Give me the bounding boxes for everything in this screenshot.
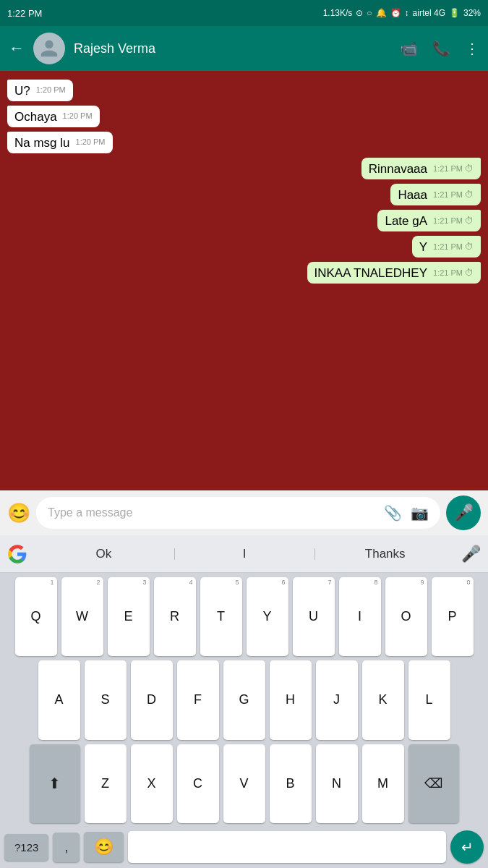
status-icons: 1.13K/s ⊙ ○ 🔔 ⏰ ↕ airtel 4G 🔋 32% — [323, 8, 481, 18]
message-time: 1:21 PM ⏱ — [433, 268, 474, 278]
key-z[interactable]: Z — [85, 744, 127, 823]
key-r[interactable]: R4 — [154, 577, 196, 656]
key-j[interactable]: J — [316, 660, 358, 739]
message-input-box[interactable]: Type a message 📎 📷 — [36, 497, 440, 529]
key-e[interactable]: E3 — [108, 577, 150, 656]
outgoing-bubble: Haaa1:21 PM ⏱ — [390, 184, 481, 205]
message-input-area: 😊 Type a message 📎 📷 🎤 — [0, 490, 488, 535]
key-l[interactable]: L — [408, 660, 450, 739]
avatar-icon — [39, 38, 59, 59]
message-time: 1:20 PM — [76, 137, 106, 146]
status-time: 1:22 PM — [7, 8, 42, 19]
outgoing-bubble: INKAA TNALEDHEY1:21 PM ⏱ — [307, 262, 481, 284]
incoming-bubble: U?1:20 PM — [7, 80, 73, 101]
key-k[interactable]: K — [362, 660, 404, 739]
key-m[interactable]: M — [362, 744, 404, 823]
key-emoji-bottom[interactable]: 😊 — [84, 832, 124, 862]
message-row: Haaa1:21 PM ⏱ — [7, 184, 481, 205]
message-time: 1:21 PM ⏱ — [433, 216, 474, 226]
key-b[interactable]: B — [270, 744, 312, 823]
message-time: 1:21 PM ⏱ — [433, 242, 474, 252]
chat-area: U?1:20 PM Ochaya1:20 PM Na msg lu1:20 PM… — [0, 71, 488, 490]
key-123[interactable]: ?123 — [4, 834, 48, 861]
suggestion-i[interactable]: I — [174, 541, 315, 567]
key-t[interactable]: T5 — [200, 577, 242, 656]
key-d[interactable]: D — [131, 660, 173, 739]
outgoing-bubble: Y1:21 PM ⏱ — [412, 236, 481, 258]
message-time: 1:21 PM ⏱ — [433, 163, 474, 174]
key-g[interactable]: G — [223, 660, 265, 739]
key-o[interactable]: O9 — [385, 577, 427, 656]
avatar[interactable] — [33, 33, 65, 64]
key-row-2: A S D F G H J K L — [3, 660, 485, 739]
key-a[interactable]: A — [38, 660, 80, 739]
key-u[interactable]: U7 — [293, 577, 335, 656]
video-call-icon[interactable]: 📹 — [400, 40, 418, 57]
message-row: Na msg lu1:20 PM — [7, 132, 481, 153]
suggestion-thanks[interactable]: Thanks — [314, 541, 455, 567]
key-row-3: ⬆ Z X C V B N M ⌫ — [3, 744, 485, 823]
key-c[interactable]: C — [177, 744, 219, 823]
message-time: 1:20 PM — [36, 85, 66, 94]
emoji-button[interactable]: 😊 — [7, 502, 30, 524]
key-rows: Q1 W2 E3 R4 T5 Y6 U7 I8 O9 P0 A S D F G … — [0, 573, 488, 826]
outgoing-bubble: Rinnavaaa1:21 PM ⏱ — [361, 158, 481, 179]
key-q[interactable]: Q1 — [15, 577, 57, 656]
message-row: Late gA1:21 PM ⏱ — [7, 210, 481, 231]
chat-header: ← Rajesh Verma 📹 📞 ⋮ — [0, 26, 488, 71]
camera-icon[interactable]: 📷 — [411, 504, 429, 522]
suggestion-ok[interactable]: Ok — [33, 541, 174, 567]
key-h[interactable]: H — [270, 660, 312, 739]
message-row: Ochaya1:20 PM — [7, 106, 481, 127]
mic-button[interactable]: 🎤 — [446, 495, 481, 530]
more-options-icon[interactable]: ⋮ — [465, 40, 479, 57]
key-row-1: Q1 W2 E3 R4 T5 Y6 U7 I8 O9 P0 — [3, 577, 485, 656]
message-time: 1:20 PM — [63, 111, 93, 120]
message-row: U?1:20 PM — [7, 80, 481, 101]
message-row: Y1:21 PM ⏱ — [7, 236, 481, 258]
key-v[interactable]: V — [223, 744, 265, 823]
voice-call-icon[interactable]: 📞 — [432, 40, 450, 57]
key-n[interactable]: N — [316, 744, 358, 823]
contact-name: Rajesh Verma — [74, 41, 391, 56]
key-w[interactable]: W2 — [61, 577, 103, 656]
message-time: 1:21 PM ⏱ — [433, 190, 474, 200]
keyboard: Ok I Thanks 🎤 Q1 W2 E3 R4 T5 Y6 U7 I8 O9… — [0, 535, 488, 868]
google-logo — [7, 544, 27, 564]
message-row: INKAA TNALEDHEY1:21 PM ⏱ — [7, 262, 481, 284]
key-comma[interactable]: , — [53, 833, 80, 862]
back-button[interactable]: ← — [9, 39, 25, 58]
key-s[interactable]: S — [85, 660, 127, 739]
status-bar: 1:22 PM 1.13K/s ⊙ ○ 🔔 ⏰ ↕ airtel 4G 🔋 32… — [0, 0, 488, 26]
key-shift[interactable]: ⬆ — [30, 744, 80, 823]
input-icons: 📎 📷 — [384, 504, 429, 522]
incoming-bubble: Na msg lu1:20 PM — [7, 132, 113, 153]
key-space[interactable] — [128, 831, 446, 863]
message-row: Rinnavaaa1:21 PM ⏱ — [7, 158, 481, 179]
header-actions: 📹 📞 ⋮ — [400, 40, 479, 57]
key-f[interactable]: F — [177, 660, 219, 739]
outgoing-bubble: Late gA1:21 PM ⏱ — [377, 210, 481, 231]
voice-suggest-icon[interactable]: 🎤 — [461, 545, 481, 563]
keyboard-suggestions: Ok I Thanks 🎤 — [0, 535, 488, 573]
incoming-bubble: Ochaya1:20 PM — [7, 106, 100, 127]
key-y[interactable]: Y6 — [247, 577, 288, 656]
key-i[interactable]: I8 — [339, 577, 381, 656]
key-p[interactable]: P0 — [432, 577, 474, 656]
input-placeholder: Type a message — [48, 506, 132, 519]
key-enter[interactable]: ↵ — [450, 830, 484, 864]
key-x[interactable]: X — [131, 744, 173, 823]
attachment-icon[interactable]: 📎 — [384, 504, 402, 522]
key-backspace[interactable]: ⌫ — [408, 744, 459, 823]
keyboard-bottom-row: ?123 , 😊 ↵ — [0, 826, 488, 868]
